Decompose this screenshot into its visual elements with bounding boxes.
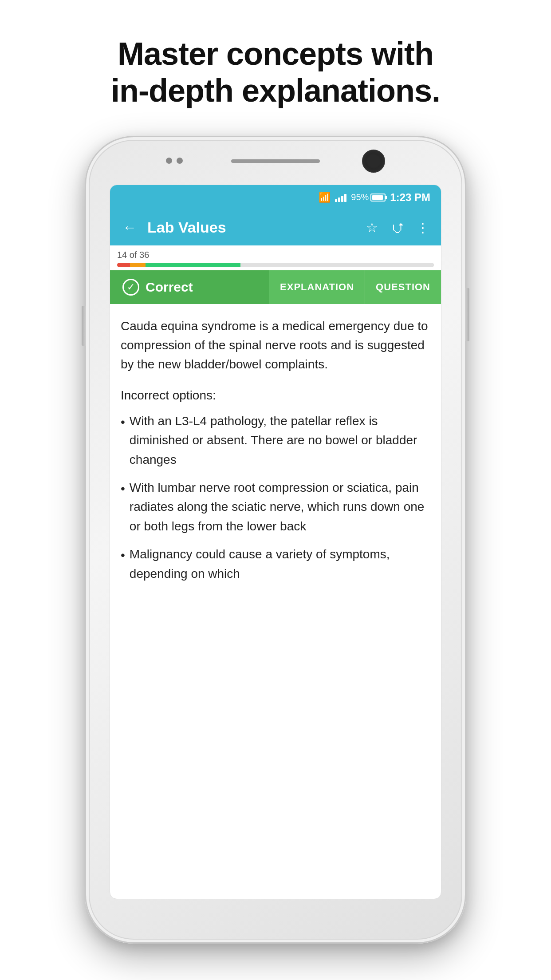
status-icons: 📶 95% 1:23 PM [319,191,430,204]
progress-label: 14 of 36 [117,250,434,260]
bullet-dot-2: • [121,479,125,536]
bullet-text-3: Malignancy could cause a variety of symp… [130,545,430,583]
phone-mockup: 📶 95% 1:23 PM ← Lab Values [85,136,466,944]
signal-icon [335,193,346,202]
progress-empty [240,263,434,267]
answer-bar: ✓ Correct EXPLANATION QUESTION [110,270,441,304]
incorrect-label: Incorrect options: [121,388,430,403]
tab-question[interactable]: QUESTION [365,270,441,304]
bullet-dot-1: • [121,412,125,469]
speaker-dots [166,158,183,164]
progress-orange [130,263,146,267]
phone-screen: 📶 95% 1:23 PM ← Lab Values [110,185,441,899]
app-bar-actions: ☆ ⮍ ⋮ [363,217,432,238]
front-camera [362,150,385,173]
more-button[interactable]: ⋮ [413,217,432,238]
battery-percent: 95% [351,192,369,202]
progress-area: 14 of 36 [110,245,441,270]
speaker-grille [231,159,320,163]
battery-icon [370,194,386,202]
wifi-icon: 📶 [319,192,331,203]
share-button[interactable]: ⮍ [388,217,406,238]
check-icon: ✓ [122,279,139,296]
tab-explanation[interactable]: EXPLANATION [269,270,365,304]
app-title: Lab Values [147,219,356,236]
progress-red [117,263,130,267]
power-button [465,288,469,341]
content-area: Cauda equina syndrome is a medical emerg… [110,304,441,605]
page-headline: Master concepts within-depth explanation… [75,0,476,136]
bullet-text-1: With an L3-L4 pathology, the patellar re… [130,411,430,469]
explanation-text: Cauda equina syndrome is a medical emerg… [121,316,430,374]
progress-track [117,263,434,267]
battery-indicator: 95% [351,192,386,202]
status-bar: 📶 95% 1:23 PM [110,185,441,210]
app-bar: ← Lab Values ☆ ⮍ ⋮ [110,210,441,245]
volume-button [82,306,86,346]
status-time: 1:23 PM [390,191,430,204]
star-button[interactable]: ☆ [363,217,381,238]
correct-label: Correct [146,280,193,295]
bullet-item-2: • With lumbar nerve root compression or … [121,478,430,536]
back-button[interactable]: ← [119,216,140,239]
bullet-item-3: • Malignancy could cause a variety of sy… [121,545,430,583]
correct-status: ✓ Correct [110,270,269,304]
bullet-dot-3: • [121,545,125,583]
bullet-item-1: • With an L3-L4 pathology, the patellar … [121,411,430,469]
progress-green [146,263,240,267]
bullet-text-2: With lumbar nerve root compression or sc… [130,478,430,536]
